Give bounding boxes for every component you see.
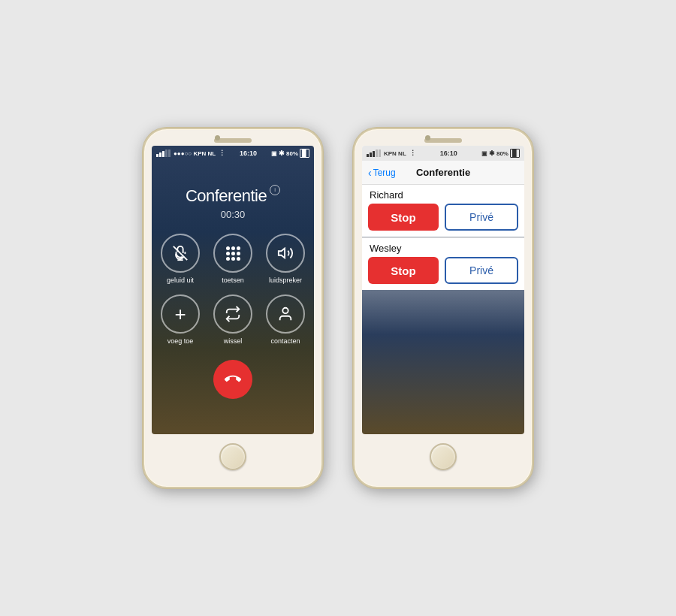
participant-richard: Richard Stop Privé (362, 185, 524, 237)
add-icon: + (161, 294, 200, 334)
speaker-button[interactable]: luidspreker (263, 234, 308, 284)
front-camera-2 (425, 135, 430, 140)
swap-button[interactable]: wissel (210, 294, 255, 345)
time-label: 16:10 (240, 149, 257, 157)
swap-label: wissel (224, 337, 243, 345)
participant-wesley: Wesley Stop Privé (362, 238, 524, 290)
add-button[interactable]: + voeg toe (158, 294, 203, 345)
signal-icon (156, 149, 171, 157)
svg-point-4 (282, 308, 288, 313)
battery-label: 80% (286, 150, 298, 157)
status-right-2: ▣ ✱ 80% ▊ (481, 149, 520, 158)
status-bar-2: KPN NL ⋮ 16:10 ▣ ✱ 80% ▊ (362, 146, 524, 161)
wesley-stop-button[interactable]: Stop (368, 257, 439, 284)
keypad-icon (213, 234, 252, 273)
contacts-icon (266, 294, 305, 334)
status-left: ●●●○○ KPN NL ⋮ (156, 149, 225, 157)
richard-name: Richard (362, 185, 524, 204)
call-duration: 00:30 (221, 209, 246, 220)
keypad-button[interactable]: toetsen (210, 234, 255, 284)
status-right: ▣ ✱ 80% ▊ (271, 149, 309, 158)
wifi-icon: ⋮ (219, 149, 225, 157)
status-left-2: KPN NL ⋮ (367, 149, 416, 157)
mute-icon (161, 234, 200, 273)
richard-prive-button[interactable]: Privé (445, 204, 518, 231)
add-label: voeg toe (167, 337, 194, 345)
phone-1: ●●●○○ KPN NL ⋮ 16:10 ▣ ✱ 80% ▊ Conferent… (143, 128, 323, 488)
conference-content: Richard Stop Privé Wesley Stop Privé (362, 185, 524, 434)
wesley-prive-button[interactable]: Privé (445, 257, 518, 284)
phone-2: KPN NL ⋮ 16:10 ▣ ✱ 80% ▊ ‹ Terug Confere… (353, 128, 533, 488)
home-button-2[interactable] (430, 443, 457, 470)
sim-icon-2: ▣ (481, 150, 487, 157)
contacts-label: contacten (270, 337, 300, 345)
speaker-label: luidspreker (269, 276, 302, 284)
info-icon: i (270, 185, 280, 195)
back-button[interactable]: ‹ Terug (368, 167, 396, 179)
bluetooth-icon-2: ✱ (489, 149, 495, 157)
richard-stop-button[interactable]: Stop (368, 204, 439, 231)
mute-label: geluid uit (167, 276, 194, 284)
call-screen: ●●●○○ KPN NL ⋮ 16:10 ▣ ✱ 80% ▊ Conferent… (152, 146, 314, 434)
sim-icon: ▣ (271, 150, 277, 157)
battery-label-2: 80% (496, 150, 509, 157)
mute-button[interactable]: geluid uit (158, 234, 203, 284)
battery-icon-2: ▊ (510, 149, 520, 158)
signal-icon-2 (367, 149, 381, 157)
conference-navbar: ‹ Terug Conferentie (362, 161, 524, 185)
call-title: Conferentie (186, 186, 267, 206)
wesley-name: Wesley (362, 238, 524, 257)
swap-icon (213, 294, 252, 334)
conference-list-screen: KPN NL ⋮ 16:10 ▣ ✱ 80% ▊ ‹ Terug Confere… (362, 146, 524, 434)
front-camera (215, 135, 220, 140)
carrier-label: ●●●○○ KPN NL (174, 150, 216, 157)
end-call-button[interactable] (213, 360, 252, 399)
keypad-label: toetsen (222, 276, 244, 284)
wifi-icon-2: ⋮ (409, 149, 416, 157)
phone-1-screen: ●●●○○ KPN NL ⋮ 16:10 ▣ ✱ 80% ▊ Conferent… (152, 146, 314, 434)
battery-icon: ▊ (300, 149, 309, 158)
call-buttons-grid: geluid uit toetsen (158, 234, 308, 345)
status-bar: ●●●○○ KPN NL ⋮ 16:10 ▣ ✱ 80% ▊ (152, 146, 314, 161)
back-label: Terug (373, 168, 396, 178)
contacts-button[interactable]: contacten (263, 294, 308, 345)
carrier-label-2: KPN NL (384, 150, 406, 157)
time-label-2: 16:10 (440, 149, 457, 157)
svg-marker-3 (279, 249, 285, 258)
back-chevron-icon: ‹ (368, 167, 372, 179)
bluetooth-icon: ✱ (279, 149, 285, 157)
home-button[interactable] (219, 443, 246, 470)
phone-2-screen: KPN NL ⋮ 16:10 ▣ ✱ 80% ▊ ‹ Terug Confere… (362, 146, 524, 434)
speaker-icon (266, 234, 305, 273)
richard-buttons: Stop Privé (362, 204, 524, 237)
wesley-buttons: Stop Privé (362, 257, 524, 290)
conference-nav-title: Conferentie (416, 167, 470, 178)
